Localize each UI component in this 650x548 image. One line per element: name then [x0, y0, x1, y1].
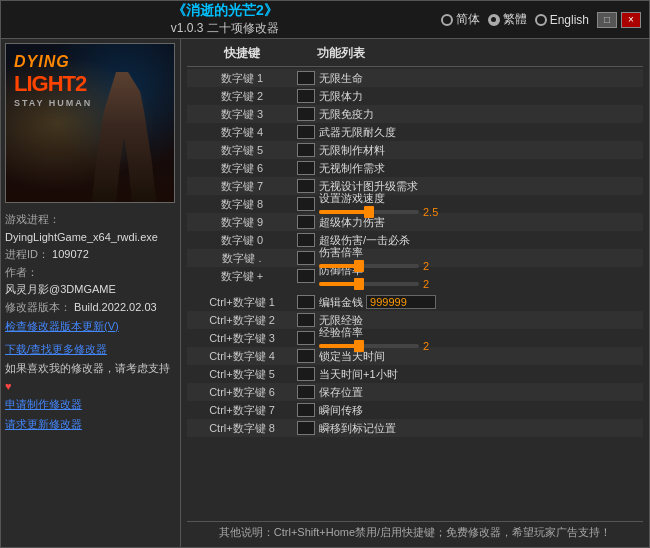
- lang-english[interactable]: English: [535, 13, 589, 27]
- func-label: 当天时间+1小时: [319, 367, 643, 382]
- check-box[interactable]: [297, 269, 315, 283]
- check-box[interactable]: [297, 215, 315, 229]
- feature-row: Ctrl+数字键 7 瞬间传移: [187, 401, 643, 419]
- lang-traditional[interactable]: 繁體: [488, 11, 527, 28]
- author-value-line: 风灵月影@3DMGAME: [5, 281, 176, 299]
- version-label: 修改器版本：: [5, 301, 71, 313]
- func-label: 无限制作材料: [319, 143, 643, 158]
- check-box[interactable]: [297, 313, 315, 327]
- func-label: 锁定当天时间: [319, 349, 643, 364]
- check-box[interactable]: [297, 331, 315, 345]
- check-box[interactable]: [297, 251, 315, 265]
- check-box[interactable]: [297, 143, 315, 157]
- process-line: 游戏进程：: [5, 211, 176, 229]
- pid-value: 109072: [52, 248, 89, 260]
- close-button[interactable]: ×: [621, 12, 641, 28]
- feature-row: 数字键 1 无限生命: [187, 69, 643, 87]
- download-link[interactable]: 下载/查找更多修改器: [5, 340, 176, 360]
- func-label: 编辑金钱: [319, 295, 643, 310]
- feature-row: Ctrl+数字键 6 保存位置: [187, 383, 643, 401]
- footer: 其他说明：Ctrl+Shift+Home禁用/启用快捷键；免费修改器，希望玩家广…: [187, 521, 643, 543]
- slider-thumb: [354, 278, 364, 290]
- slider-track[interactable]: [319, 210, 419, 214]
- slider-track[interactable]: [319, 264, 419, 268]
- check-box[interactable]: [297, 197, 315, 211]
- game-logo-light2: LIGHT2: [14, 71, 92, 97]
- title-main: 《消逝的光芒2》: [172, 2, 278, 20]
- lang-simplified[interactable]: 简体: [441, 11, 480, 28]
- request-link[interactable]: 申请制作修改器: [5, 395, 176, 415]
- key-label: Ctrl+数字键 2: [187, 313, 297, 328]
- game-logo-stay-human: STAY HUMAN: [14, 98, 92, 109]
- title-center: 《消逝的光芒2》 v1.0.3 二十项修改器: [9, 2, 441, 37]
- func-label: 无视制作需求: [319, 161, 643, 176]
- slider-fill: [319, 210, 369, 214]
- feature-row: 数字键 2 无限体力: [187, 87, 643, 105]
- minimize-button[interactable]: □: [597, 12, 617, 28]
- func-label: 瞬移到标记位置: [319, 421, 643, 436]
- author-label: 作者：: [5, 266, 38, 278]
- slider-thumb: [354, 260, 364, 272]
- check-box[interactable]: [297, 295, 315, 309]
- key-label: 数字键 9: [187, 215, 297, 230]
- key-label: 数字键 7: [187, 179, 297, 194]
- slider-track[interactable]: [319, 282, 419, 286]
- col-check-header: [297, 45, 317, 62]
- money-input[interactable]: [366, 295, 436, 309]
- lang-english-label: English: [550, 13, 589, 27]
- func-label: 保存位置: [319, 385, 643, 400]
- check-box[interactable]: [297, 385, 315, 399]
- update-link[interactable]: 请求更新修改器: [5, 415, 176, 435]
- left-panel: DYING LIGHT2 STAY HUMAN 游戏进程： DyingLight…: [1, 39, 181, 547]
- feature-row: 数字键 + 防御倍率 2: [187, 267, 643, 285]
- feature-row: Ctrl+数字键 3 经验倍率 2: [187, 329, 643, 347]
- feature-row: Ctrl+数字键 1 编辑金钱: [187, 293, 643, 311]
- version-value: Build.2022.02.03: [74, 301, 157, 313]
- game-image: DYING LIGHT2 STAY HUMAN: [5, 43, 175, 203]
- check-update-link[interactable]: 检查修改器版本更新(V): [5, 320, 119, 332]
- check-box[interactable]: [297, 349, 315, 363]
- slider-fill: [319, 344, 359, 348]
- check-box[interactable]: [297, 161, 315, 175]
- check-box[interactable]: [297, 125, 315, 139]
- check-box[interactable]: [297, 233, 315, 247]
- check-box[interactable]: [297, 89, 315, 103]
- table-header: 快捷键 功能列表: [187, 43, 643, 67]
- func-label: 经验倍率 2: [319, 325, 643, 352]
- pid-line: 进程ID： 109072: [5, 246, 176, 264]
- check-box[interactable]: [297, 403, 315, 417]
- main-window: 《消逝的光芒2》 v1.0.3 二十项修改器 简体 繁體 English □ ×: [0, 0, 650, 548]
- key-label: Ctrl+数字键 4: [187, 349, 297, 364]
- lang-traditional-label: 繁體: [503, 11, 527, 28]
- check-box[interactable]: [297, 71, 315, 85]
- func-label: 无限生命: [319, 71, 643, 86]
- key-label: 数字键 6: [187, 161, 297, 176]
- feature-row: 数字键 9 超级体力伤害: [187, 213, 643, 231]
- right-panel: 快捷键 功能列表 数字键 1 无限生命 数字键 2 无限体力 数字键 3 无限免…: [181, 39, 649, 547]
- func-label: 无限体力: [319, 89, 643, 104]
- info-section: 游戏进程： DyingLightGame_x64_rwdi.exe 进程ID： …: [5, 211, 176, 336]
- process-label: 游戏进程：: [5, 213, 60, 225]
- key-label: Ctrl+数字键 6: [187, 385, 297, 400]
- support-text: 如果喜欢我的修改器，请考虑支持♥: [5, 360, 176, 395]
- check-update-line[interactable]: 检查修改器版本更新(V): [5, 317, 176, 337]
- lang-simplified-label: 简体: [456, 11, 480, 28]
- feature-row: Ctrl+数字键 8 瞬移到标记位置: [187, 419, 643, 437]
- lang-controls: 简体 繁體 English □ ×: [441, 11, 641, 28]
- slider-track[interactable]: [319, 344, 419, 348]
- check-box[interactable]: [297, 179, 315, 193]
- version-line: 修改器版本： Build.2022.02.03: [5, 299, 176, 317]
- check-box[interactable]: [297, 421, 315, 435]
- slider-value: 2: [423, 278, 448, 290]
- func-label: 无限免疫力: [319, 107, 643, 122]
- slider-thumb: [354, 340, 364, 352]
- key-label: 数字键 .: [187, 251, 297, 266]
- check-box[interactable]: [297, 107, 315, 121]
- radio-traditional: [488, 14, 500, 26]
- check-box[interactable]: [297, 367, 315, 381]
- feature-row: 数字键 3 无限免疫力: [187, 105, 643, 123]
- key-label: Ctrl+数字键 1: [187, 295, 297, 310]
- title-bar: 《消逝的光芒2》 v1.0.3 二十项修改器 简体 繁體 English □ ×: [1, 1, 649, 39]
- slider-fill: [319, 282, 359, 286]
- link-section: 下载/查找更多修改器 如果喜欢我的修改器，请考虑支持♥ 申请制作修改器 请求更新…: [5, 340, 176, 435]
